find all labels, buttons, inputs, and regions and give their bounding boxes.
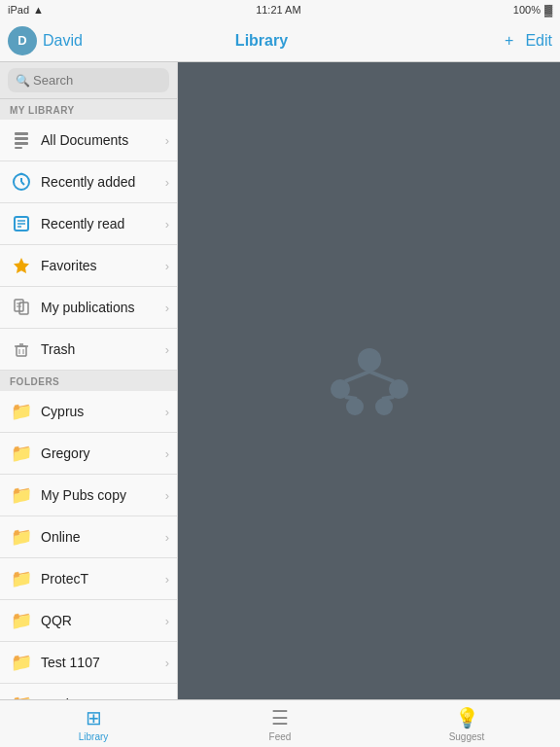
sidebar-item-folder-online[interactable]: 📁 Online › — [0, 516, 177, 558]
chevron-icon: › — [165, 301, 169, 315]
chevron-icon: › — [165, 572, 169, 587]
svg-point-27 — [375, 398, 393, 415]
chevron-icon: › — [165, 656, 169, 670]
my-publications-label: My publications — [41, 300, 165, 315]
library-tab-label: Library — [79, 731, 109, 742]
sidebar-item-folder-my-pubs-copy[interactable]: 📁 My Pubs copy › — [0, 475, 177, 516]
sidebar-item-favorites[interactable]: Favorites › — [0, 245, 177, 287]
svg-rect-2 — [15, 142, 28, 145]
mendeley-logo — [321, 340, 418, 422]
sidebar-item-folder-qqr[interactable]: 📁 QQR › — [0, 600, 177, 642]
svg-line-31 — [382, 397, 394, 399]
add-button[interactable]: + — [505, 32, 513, 50]
svg-rect-3 — [15, 147, 22, 149]
tab-suggest[interactable]: 💡 Suggest — [373, 706, 560, 742]
folder-icon: 📁 — [10, 609, 33, 632]
chevron-icon: › — [165, 614, 169, 628]
folder-icon: 📁 — [10, 525, 33, 549]
sidebar-item-my-publications[interactable]: My publications › — [0, 287, 177, 329]
chevron-icon: › — [165, 488, 169, 503]
trash-label: Trash — [41, 341, 165, 357]
folder-icon: 📁 — [10, 567, 33, 590]
folder-icon: 📁 — [10, 400, 33, 423]
sidebar-item-folder-gregory[interactable]: 📁 Gregory › — [0, 433, 177, 475]
folder-protect-label: ProtecT — [41, 571, 165, 587]
feed-tab-label: Feed — [269, 731, 292, 742]
folder-qqr-label: QQR — [41, 613, 165, 628]
chevron-icon: › — [165, 133, 169, 148]
recently-added-icon — [10, 170, 33, 194]
svg-line-6 — [21, 182, 24, 185]
chevron-icon: › — [165, 175, 169, 190]
battery-icon: ▓ — [544, 4, 552, 16]
status-bar: iPad ▲ 11:21 AM 100% ▓ — [0, 0, 560, 19]
my-publications-icon — [10, 296, 33, 319]
main-layout: 🔍 MY LIBRARY All Documents › Recently ad… — [0, 62, 560, 699]
recently-read-label: Recently read — [41, 216, 165, 231]
chevron-icon: › — [165, 259, 169, 273]
my-library-header: MY LIBRARY — [0, 99, 177, 120]
folder-cyprus-label: Cyprus — [41, 404, 165, 419]
nav-library-label: Library — [18, 32, 505, 50]
search-box: 🔍 — [0, 62, 177, 99]
svg-rect-0 — [15, 132, 28, 135]
chevron-icon: › — [165, 217, 169, 231]
folder-icon: 📁 — [10, 442, 33, 465]
feed-tab-icon: ☰ — [271, 706, 289, 729]
sidebar-item-folder-test1107[interactable]: 📁 Test 1107 › — [0, 642, 177, 684]
favorites-label: Favorites — [41, 258, 165, 273]
trash-icon — [10, 338, 33, 361]
svg-line-28 — [345, 372, 369, 381]
all-docs-icon — [10, 128, 33, 152]
sidebar-item-trash[interactable]: Trash › — [0, 329, 177, 371]
folder-gregory-label: Gregory — [41, 445, 165, 461]
svg-point-26 — [346, 398, 364, 415]
folder-icon: 📁 — [10, 651, 33, 674]
folders-header: FOLDERS — [0, 371, 177, 391]
suggest-tab-label: Suggest — [449, 731, 485, 742]
battery-label: 100% — [513, 4, 541, 16]
edit-button[interactable]: Edit — [525, 32, 552, 50]
folder-icon: 📁 — [10, 693, 33, 699]
recently-added-label: Recently added — [41, 174, 165, 190]
library-tab-icon: ⊞ — [86, 706, 102, 729]
sidebar-item-folder-cyprus[interactable]: 📁 Cyprus › — [0, 391, 177, 433]
folder-test1107-label: Test 1107 — [41, 655, 165, 670]
folder-online-label: Online — [41, 529, 165, 545]
chevron-icon: › — [165, 405, 169, 419]
svg-rect-1 — [15, 137, 28, 140]
all-documents-label: All Documents — [41, 132, 165, 148]
chevron-icon: › — [165, 530, 169, 545]
tab-library[interactable]: ⊞ Library — [0, 706, 187, 742]
search-input[interactable] — [8, 68, 169, 92]
tab-feed[interactable]: ☰ Feed — [187, 706, 373, 742]
sidebar: 🔍 MY LIBRARY All Documents › Recently ad… — [0, 62, 178, 699]
svg-marker-13 — [14, 258, 29, 273]
sidebar-item-recently-added[interactable]: Recently added › — [0, 161, 177, 203]
sidebar-item-recently-read[interactable]: Recently read › — [0, 203, 177, 245]
tab-bar: ⊞ Library ☰ Feed 💡 Suggest — [0, 699, 560, 747]
svg-line-29 — [369, 372, 394, 381]
chevron-icon: › — [165, 697, 169, 700]
folder-my-pubs-copy-label: My Pubs copy — [41, 487, 165, 503]
suggest-tab-icon: 💡 — [455, 706, 479, 729]
device-label: iPad — [8, 4, 29, 16]
sidebar-item-folder-protect[interactable]: 📁 ProtecT › — [0, 558, 177, 600]
sidebar-item-folder-testing[interactable]: 📁 Testing › — [0, 684, 177, 699]
svg-point-23 — [358, 348, 381, 372]
search-icon: 🔍 — [16, 74, 30, 88]
chevron-icon: › — [165, 342, 169, 357]
chevron-icon: › — [165, 446, 169, 461]
recently-read-icon — [10, 212, 33, 235]
status-time: 11:21 AM — [256, 4, 300, 16]
svg-rect-18 — [17, 346, 26, 356]
folder-testing-label: Testing — [41, 696, 165, 699]
favorites-icon — [10, 254, 33, 277]
svg-line-30 — [345, 397, 357, 399]
sidebar-item-all-documents[interactable]: All Documents › — [0, 120, 177, 161]
nav-bar: D David Library + Edit — [0, 19, 560, 62]
folder-icon: 📁 — [10, 483, 33, 507]
content-area — [178, 62, 560, 699]
wifi-icon: ▲ — [33, 4, 44, 16]
